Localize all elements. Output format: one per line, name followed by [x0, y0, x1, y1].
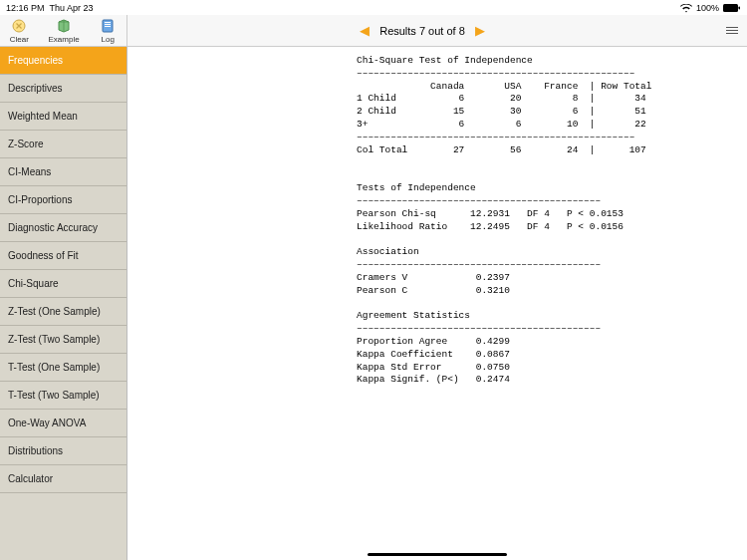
- svg-rect-4: [105, 22, 111, 23]
- example-label: Example: [48, 35, 79, 44]
- status-date: Thu Apr 23: [50, 3, 94, 13]
- sidebar-item-weighted-mean[interactable]: Weighted Mean: [0, 103, 126, 131]
- sidebar: FrequenciesDescriptivesWeighted MeanZ-Sc…: [0, 47, 127, 560]
- main-area: FrequenciesDescriptivesWeighted MeanZ-Sc…: [0, 47, 747, 560]
- topbar: Clear Example Log ◀ Results 7 out of 8 ▶: [0, 15, 747, 47]
- prev-result-arrow[interactable]: ◀: [360, 23, 370, 38]
- sidebar-item-distributions[interactable]: Distributions: [0, 437, 126, 465]
- svg-rect-6: [105, 26, 111, 27]
- results-counter: Results 7 out of 8: [379, 25, 465, 37]
- content-area: Chi-Square Test of Independence ––––––––…: [127, 47, 747, 560]
- sidebar-item-goodness-of-fit[interactable]: Goodness of Fit: [0, 242, 126, 270]
- clear-button[interactable]: Clear: [10, 17, 29, 44]
- svg-rect-1: [739, 7, 741, 10]
- svg-rect-0: [723, 4, 738, 12]
- home-indicator: [368, 553, 507, 556]
- menu-icon[interactable]: [726, 27, 738, 34]
- status-battery: 100%: [696, 3, 719, 13]
- sidebar-item-frequencies[interactable]: Frequencies: [0, 47, 126, 75]
- sidebar-item-t-test-two-sample-[interactable]: T-Test (Two Sample): [0, 382, 126, 410]
- example-icon: [55, 17, 73, 35]
- sidebar-item-z-test-two-sample-[interactable]: Z-Test (Two Sample): [0, 326, 126, 354]
- example-button[interactable]: Example: [48, 17, 79, 44]
- log-button[interactable]: Log: [99, 17, 117, 44]
- sidebar-item-ci-means[interactable]: CI-Means: [0, 158, 126, 186]
- sidebar-item-calculator[interactable]: Calculator: [0, 465, 126, 493]
- svg-rect-5: [105, 24, 111, 25]
- clear-icon: [10, 17, 28, 35]
- sidebar-item-z-test-one-sample-[interactable]: Z-Test (One Sample): [0, 298, 126, 326]
- sidebar-item-one-way-anova[interactable]: One-Way ANOVA: [0, 410, 126, 437]
- sidebar-item-descriptives[interactable]: Descriptives: [0, 75, 126, 103]
- log-icon: [99, 17, 117, 35]
- sidebar-item-z-score[interactable]: Z-Score: [0, 131, 126, 158]
- status-bar: 12:16 PM Thu Apr 23 100%: [0, 0, 747, 15]
- clear-label: Clear: [10, 35, 29, 44]
- wifi-icon: [680, 2, 692, 12]
- sidebar-item-t-test-one-sample-[interactable]: T-Test (One Sample): [0, 354, 126, 382]
- sidebar-item-chi-square[interactable]: Chi-Square: [0, 270, 126, 298]
- battery-icon: [723, 3, 741, 13]
- results-output: Chi-Square Test of Independence ––––––––…: [357, 55, 747, 387]
- toolbar-left: Clear Example Log: [0, 15, 127, 46]
- sidebar-item-ci-proportions[interactable]: CI-Proportions: [0, 186, 126, 214]
- log-label: Log: [102, 35, 115, 44]
- next-result-arrow[interactable]: ▶: [475, 23, 485, 38]
- sidebar-item-diagnostic-accuracy[interactable]: Diagnostic Accuracy: [0, 214, 126, 242]
- results-nav: ◀ Results 7 out of 8 ▶: [127, 15, 717, 46]
- status-time: 12:16 PM: [6, 3, 45, 13]
